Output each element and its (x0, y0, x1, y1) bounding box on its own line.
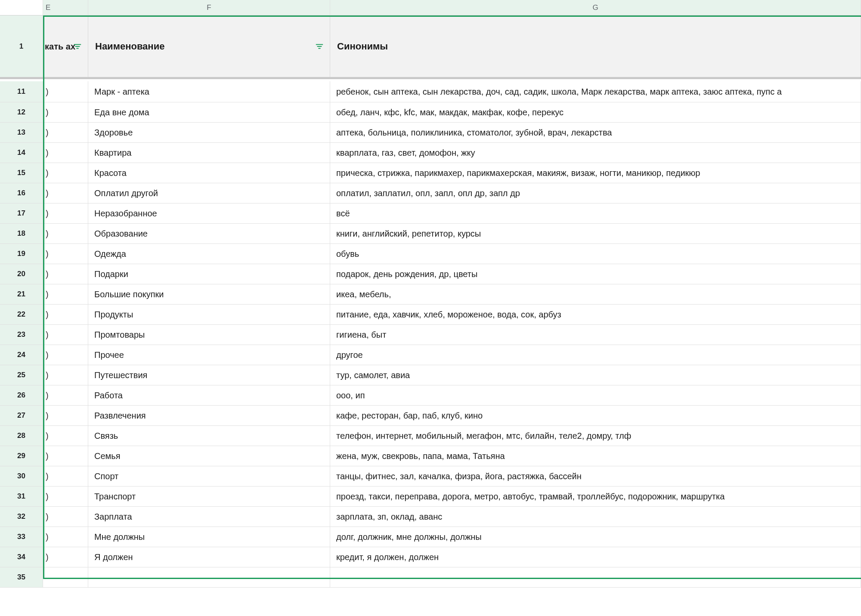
row-number[interactable]: 32 (0, 507, 43, 527)
cell-name[interactable]: Неразобранное (88, 203, 330, 224)
row-number[interactable]: 33 (0, 527, 43, 547)
row-number[interactable]: 20 (0, 264, 43, 284)
cell-name[interactable]: Спорт (88, 466, 330, 487)
cell-synonyms[interactable]: танцы, фитнес, зал, качалка, физра, йога… (330, 466, 861, 487)
cell-e[interactable]: ) (43, 547, 88, 567)
cell-synonyms[interactable]: прическа, стрижка, парикмахер, парикмахе… (330, 163, 861, 183)
cell-synonyms[interactable]: кварплата, газ, свет, домофон, жку (330, 143, 861, 163)
row-number[interactable]: 11 (0, 81, 43, 102)
row-number[interactable]: 12 (0, 102, 43, 123)
row-number[interactable]: 23 (0, 325, 43, 345)
cell-e[interactable]: ) (43, 426, 88, 446)
cell-synonyms[interactable]: книги, английский, репетитор, курсы (330, 224, 861, 244)
cell-synonyms[interactable]: кафе, ресторан, бар, паб, клуб, кино (330, 406, 861, 426)
column-header-f[interactable]: F (88, 0, 330, 15)
cell-e[interactable]: ) (43, 466, 88, 487)
cell-synonyms[interactable]: питание, еда, хавчик, хлеб, мороженое, в… (330, 305, 861, 325)
cell-e[interactable]: ) (43, 365, 88, 385)
cell-name[interactable]: Путешествия (88, 365, 330, 385)
cell-name[interactable]: Прочее (88, 345, 330, 365)
row-number[interactable]: 18 (0, 224, 43, 244)
cell-name[interactable]: Образование (88, 224, 330, 244)
cell-e[interactable]: ) (43, 325, 88, 345)
cell-name[interactable]: Оплатил другой (88, 183, 330, 203)
select-all-corner[interactable] (0, 0, 43, 15)
cell-name[interactable]: Квартира (88, 143, 330, 163)
cell-e[interactable]: ) (43, 81, 88, 102)
cell-e[interactable]: ) (43, 507, 88, 527)
empty-cell[interactable] (43, 567, 88, 588)
cell-e[interactable]: ) (43, 143, 88, 163)
header-cell-e[interactable]: кать ах (43, 15, 88, 77)
cell-name[interactable]: Еда вне дома (88, 102, 330, 123)
cell-e[interactable]: ) (43, 345, 88, 365)
row-number[interactable]: 34 (0, 547, 43, 567)
cell-synonyms[interactable]: ооо, ип (330, 385, 861, 406)
row-number[interactable]: 14 (0, 143, 43, 163)
column-header-g[interactable]: G (330, 0, 861, 15)
cell-e[interactable]: ) (43, 183, 88, 203)
cell-synonyms[interactable]: долг, должник, мне должны, должны (330, 527, 861, 547)
cell-name[interactable]: Связь (88, 426, 330, 446)
row-number[interactable]: 15 (0, 163, 43, 183)
cell-synonyms[interactable]: обед, ланч, кфс, kfc, мак, макдак, макфа… (330, 102, 861, 123)
empty-cell[interactable] (330, 567, 861, 588)
cell-name[interactable]: Подарки (88, 264, 330, 284)
cell-e[interactable]: ) (43, 102, 88, 123)
cell-e[interactable]: ) (43, 244, 88, 264)
row-number[interactable]: 27 (0, 406, 43, 426)
filter-icon[interactable] (72, 41, 83, 52)
cell-synonyms[interactable]: оплатил, заплатил, опл, запл, опл др, за… (330, 183, 861, 203)
row-number[interactable]: 21 (0, 284, 43, 305)
cell-name[interactable]: Одежда (88, 244, 330, 264)
row-number[interactable]: 26 (0, 385, 43, 406)
cell-name[interactable]: Работа (88, 385, 330, 406)
cell-synonyms[interactable]: икеа, мебель, (330, 284, 861, 305)
cell-name[interactable]: Красота (88, 163, 330, 183)
column-header-e[interactable]: E (43, 0, 88, 15)
cell-name[interactable]: Семья (88, 446, 330, 466)
empty-cell[interactable] (88, 567, 330, 588)
cell-synonyms[interactable]: аптека, больница, поликлиника, стоматоло… (330, 123, 861, 143)
cell-e[interactable]: ) (43, 224, 88, 244)
cell-synonyms[interactable]: другое (330, 345, 861, 365)
cell-name[interactable]: Мне должны (88, 527, 330, 547)
cell-name[interactable]: Марк - аптека (88, 81, 330, 102)
cell-name[interactable]: Развлечения (88, 406, 330, 426)
cell-synonyms[interactable]: проезд, такси, переправа, дорога, метро,… (330, 487, 861, 507)
cell-e[interactable]: ) (43, 527, 88, 547)
cell-synonyms[interactable]: тур, самолет, авиа (330, 365, 861, 385)
cell-e[interactable]: ) (43, 406, 88, 426)
cell-synonyms[interactable]: жена, муж, свекровь, папа, мама, Татьяна (330, 446, 861, 466)
cell-name[interactable]: Зарплата (88, 507, 330, 527)
filter-icon[interactable] (314, 41, 325, 52)
cell-e[interactable]: ) (43, 446, 88, 466)
header-cell-g[interactable]: Синонимы (330, 15, 861, 77)
row-number[interactable]: 1 (0, 15, 43, 77)
row-number[interactable]: 29 (0, 446, 43, 466)
cell-e[interactable]: ) (43, 163, 88, 183)
cell-name[interactable]: Промтовары (88, 325, 330, 345)
cell-name[interactable]: Здоровье (88, 123, 330, 143)
cell-synonyms[interactable]: подарок, день рождения, др, цветы (330, 264, 861, 284)
cell-e[interactable]: ) (43, 123, 88, 143)
cell-name[interactable]: Я должен (88, 547, 330, 567)
cell-synonyms[interactable]: ребенок, сын аптека, сын лекарства, доч,… (330, 81, 861, 102)
row-number[interactable]: 30 (0, 466, 43, 487)
row-number[interactable]: 24 (0, 345, 43, 365)
cell-e[interactable]: ) (43, 305, 88, 325)
row-number[interactable]: 35 (0, 567, 43, 588)
cell-name[interactable]: Транспорт (88, 487, 330, 507)
cell-e[interactable]: ) (43, 284, 88, 305)
cell-synonyms[interactable]: всё (330, 203, 861, 224)
row-number[interactable]: 13 (0, 123, 43, 143)
row-number[interactable]: 22 (0, 305, 43, 325)
row-number[interactable]: 16 (0, 183, 43, 203)
row-number[interactable]: 28 (0, 426, 43, 446)
row-number[interactable]: 25 (0, 365, 43, 385)
row-number[interactable]: 31 (0, 487, 43, 507)
cell-synonyms[interactable]: обувь (330, 244, 861, 264)
cell-synonyms[interactable]: кредит, я должен, должен (330, 547, 861, 567)
row-number[interactable]: 19 (0, 244, 43, 264)
cell-e[interactable]: ) (43, 203, 88, 224)
